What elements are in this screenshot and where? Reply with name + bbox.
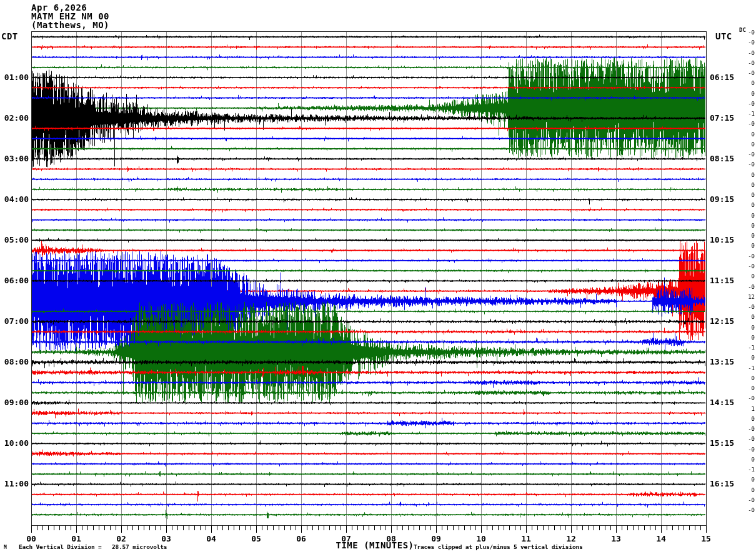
dc-offset-value: -0 [730, 263, 755, 269]
dc-offset-value: 0 [730, 335, 755, 341]
x-tick-label: 14 [651, 534, 671, 543]
dc-offset-value: 0 [730, 213, 755, 219]
dc-offset-value: 0 [730, 385, 755, 391]
dc-offset-value: -0 [730, 101, 755, 107]
dc-offset-value: -0 [730, 70, 755, 76]
left-time-label: 02:00 [0, 113, 29, 123]
dc-offset-value: 0 [730, 375, 755, 381]
left-time-label: 04:00 [0, 194, 29, 204]
dc-offset-value: -0 [730, 161, 755, 168]
clipping-note: Traces clipped at plus/minus 5 vertical … [414, 543, 582, 550]
dc-offset-value: 0 [730, 243, 755, 249]
dc-offset-value: -0 [730, 151, 755, 158]
dc-offset-value: -0 [730, 121, 755, 127]
logo-mark: M [4, 545, 7, 550]
dc-offset-value: 0 [730, 416, 755, 422]
dc-offset-value: 0 [730, 314, 755, 320]
dc-offset-value: 0 [730, 476, 755, 483]
dc-offset-value: -0 [730, 29, 755, 36]
dc-offset-value: 0 [730, 233, 755, 239]
dc-offset-value: 0 [730, 192, 755, 198]
left-time-label: 09:00 [0, 398, 29, 407]
left-time-label: 01:00 [0, 73, 29, 82]
dc-offset-value: -0 [730, 395, 755, 401]
left-time-label: 06:00 [0, 276, 29, 285]
x-tick-label: 11 [516, 534, 536, 543]
dc-offset-value: -0 [730, 39, 755, 46]
left-time-label: 05:00 [0, 235, 29, 244]
dc-offset-value: -0 [730, 284, 755, 290]
x-tick-label: 05 [246, 534, 266, 543]
dc-offset-value: -0 [730, 60, 755, 66]
dc-offset-value: 0 [730, 325, 755, 331]
dc-offset-value: 0 [730, 223, 755, 229]
left-time-label: 08:00 [0, 357, 29, 366]
x-tick-label: 03 [156, 534, 176, 543]
dc-offset-value: -0 [730, 436, 755, 442]
dc-offset-value: -0 [730, 497, 755, 503]
x-tick-label: 01 [66, 534, 86, 543]
dc-offset-value: 0 [730, 202, 755, 208]
scale-note: Each Vertical Division = 28.57 microvolt… [19, 543, 167, 550]
left-time-label: 07:00 [0, 316, 29, 326]
dc-offset-value: 0 [730, 172, 755, 178]
dc-offset-value: 0 [730, 456, 755, 463]
dc-offset-value: 1 [730, 406, 755, 412]
helicorder-canvas [0, 0, 756, 554]
left-time-label: 10:00 [0, 438, 29, 448]
dc-offset-value: -0 [730, 446, 755, 453]
dc-offset-value: -0 [730, 426, 755, 432]
dc-offset-value: -0 [730, 253, 755, 259]
dc-offset-value: 0 [730, 355, 755, 361]
x-tick-label: 15 [696, 534, 716, 543]
dc-offset-value: 0 [730, 141, 755, 148]
dc-offset-value: -0 [730, 50, 755, 56]
left-time-label: 11:00 [0, 479, 29, 488]
dc-offset-value: -0 [730, 304, 755, 310]
dc-offset-value: 0 [730, 487, 755, 493]
dc-offset-value: 0 [730, 91, 755, 97]
dc-offset-value: -1 [730, 466, 755, 473]
left-time-label: 03:00 [0, 154, 29, 163]
dc-offset-value: 0 [730, 273, 755, 280]
x-tick-label: 10 [471, 534, 491, 543]
x-tick-label: 12 [561, 534, 581, 543]
x-tick-label: 00 [21, 534, 41, 543]
x-tick-label: 02 [111, 534, 131, 543]
dc-offset-value: 0 [730, 80, 755, 86]
helicorder-page: Apr 6,2026 MATM EHZ NM 00 (Matthews, MO)… [0, 0, 756, 554]
title-location: (Matthews, MO) [31, 20, 109, 30]
x-tick-label: 13 [606, 534, 626, 543]
left-timezone-label: CDT [1, 31, 18, 41]
dc-offset-value: -0 [730, 507, 755, 513]
dc-offset-value: 0 [730, 182, 755, 188]
dc-offset-value: 12 [730, 294, 755, 300]
dc-offset-value: -1 [730, 345, 755, 351]
dc-offset-value: 0 [730, 131, 755, 138]
dc-offset-value: -1 [730, 365, 755, 371]
dc-offset-value: -1 [730, 111, 755, 117]
x-tick-label: 04 [201, 534, 221, 543]
